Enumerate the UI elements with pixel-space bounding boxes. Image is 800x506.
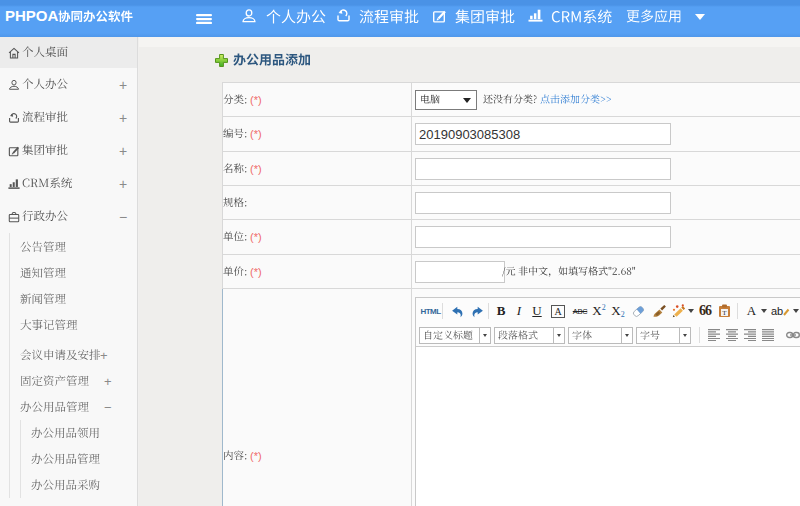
svg-text:T: T	[722, 309, 727, 317]
